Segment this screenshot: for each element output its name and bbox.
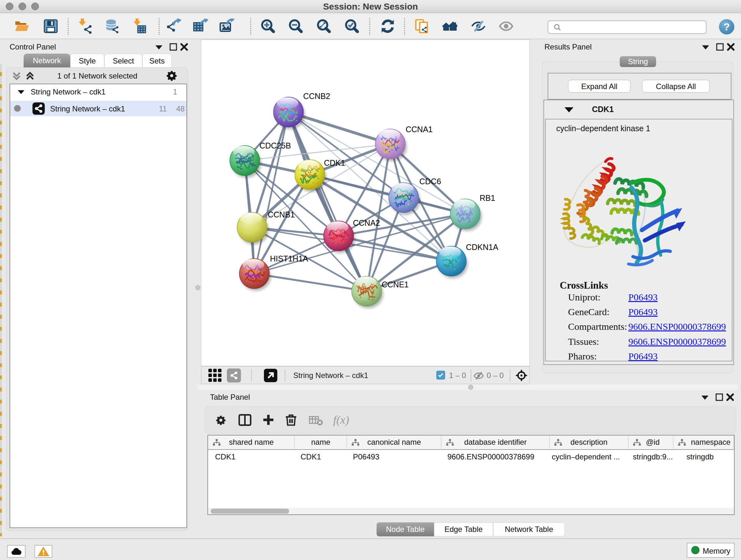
svg-text:CCNB1: CCNB1: [268, 210, 295, 219]
svg-text:CDC25B: CDC25B: [259, 141, 291, 150]
svg-text:CCNE1: CCNE1: [382, 280, 409, 289]
svg-text:CCNB2: CCNB2: [303, 91, 330, 101]
svg-text:CDC6: CDC6: [419, 177, 441, 186]
svg-text:CCNA2: CCNA2: [353, 219, 380, 227]
svg-text:CCNA1: CCNA1: [406, 125, 433, 134]
svg-text:CDK1: CDK1: [324, 159, 345, 167]
svg-text:CDKN1A: CDKN1A: [466, 243, 498, 252]
svg-text:HIST1H1A: HIST1H1A: [270, 254, 308, 263]
svg-text:RB1: RB1: [480, 193, 495, 202]
